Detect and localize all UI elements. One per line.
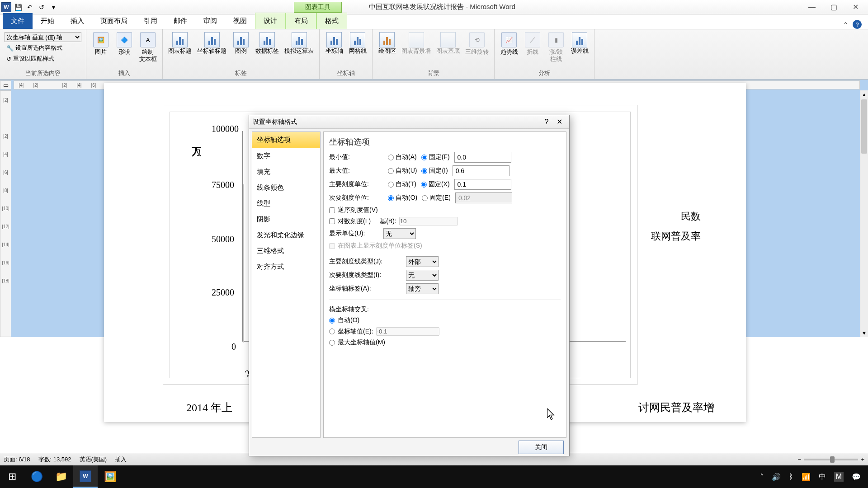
undo-button[interactable]: ↶ <box>24 2 35 13</box>
photos-taskbar-button[interactable]: 🖼️ <box>98 465 122 488</box>
major-unit-input[interactable] <box>454 179 511 190</box>
redo-button[interactable]: ↺ <box>36 2 47 13</box>
minor-fixed-radio[interactable] <box>422 195 428 201</box>
major-tick-type-select[interactable]: 外部 <box>406 256 439 267</box>
minor-tick-type-select[interactable]: 无 <box>406 270 439 281</box>
chart-wall-button[interactable]: 图表背景墙 <box>399 30 434 56</box>
taskbar-app-1[interactable]: 🔵 <box>24 465 49 488</box>
nav-number[interactable]: 数字 <box>252 148 320 164</box>
min-fixed-radio[interactable] <box>421 155 427 160</box>
insert-mode[interactable]: 插入 <box>115 455 127 464</box>
tab-layout[interactable]: 布局 <box>286 13 316 29</box>
nav-alignment[interactable]: 对齐方式 <box>252 259 320 275</box>
dialog-help-button[interactable]: ? <box>540 117 553 127</box>
minimize-button[interactable]: — <box>807 3 816 12</box>
action-center-icon[interactable]: 💬 <box>852 473 861 481</box>
data-labels-button[interactable]: 数据标签 <box>253 30 282 56</box>
scroll-up-icon[interactable]: ▲ <box>860 90 868 99</box>
tab-page-layout[interactable]: 页面布局 <box>92 13 136 29</box>
log-scale-checkbox[interactable] <box>329 218 335 224</box>
wifi-icon[interactable]: 📶 <box>802 473 811 481</box>
major-auto-radio[interactable] <box>388 182 394 188</box>
close-window-button[interactable]: ✕ <box>851 3 860 12</box>
dialog-close-btn[interactable]: 关闭 <box>519 441 564 454</box>
language-indicator[interactable]: 英语(美国) <box>80 455 107 464</box>
plot-area-button[interactable]: 绘图区 <box>375 30 399 56</box>
bluetooth-icon[interactable]: ᛒ <box>789 473 793 481</box>
textbox-button[interactable]: A绘制 文本框 <box>136 30 160 64</box>
error-bars-button[interactable]: 误差线 <box>568 30 591 56</box>
axis-titles-button[interactable]: 坐标轴标题 <box>194 30 229 56</box>
updown-bars-button[interactable]: ▮涨/跌 柱线 <box>544 30 568 64</box>
word-count[interactable]: 字数: 13,592 <box>38 455 71 464</box>
display-units-select[interactable]: 无 <box>383 228 416 239</box>
reset-style-button[interactable]: ↺重设以匹配样式 <box>5 54 81 64</box>
tab-file[interactable]: 文件 <box>3 13 33 29</box>
volume-icon[interactable]: 🔊 <box>772 473 781 481</box>
scroll-thumb[interactable] <box>861 99 867 154</box>
chart-element-selector[interactable]: 次坐标轴 垂直 (值) 轴 <box>5 32 81 42</box>
gridlines-button[interactable]: 网格线 <box>346 30 369 56</box>
dialog-close-button[interactable]: ✕ <box>553 117 566 127</box>
zoom-slider[interactable] <box>804 459 858 460</box>
nav-shadow[interactable]: 阴影 <box>252 211 320 227</box>
chart-title-button[interactable]: 图表标题 <box>165 30 194 56</box>
nav-line-color[interactable]: 线条颜色 <box>252 180 320 196</box>
nav-glow[interactable]: 发光和柔化边缘 <box>252 227 320 243</box>
minor-auto-radio[interactable] <box>388 195 394 201</box>
tab-format[interactable]: 格式 <box>316 13 347 29</box>
word-logo[interactable]: W <box>1 2 12 13</box>
min-auto-radio[interactable] <box>388 155 394 160</box>
help-icon[interactable]: ? <box>853 20 862 29</box>
tab-home[interactable]: 开始 <box>33 13 62 29</box>
vertical-ruler[interactable]: |2||2||4||6||8||10||12||14||16||18| <box>0 90 11 337</box>
max-value-input[interactable] <box>453 165 509 176</box>
min-value-input[interactable] <box>454 152 511 163</box>
cross-value-radio[interactable] <box>329 328 335 334</box>
save-button[interactable]: 💾 <box>13 2 24 13</box>
format-selection-button[interactable]: 🔧设置所选内容格式 <box>5 43 81 53</box>
maximize-button[interactable]: ▢ <box>829 3 838 12</box>
tab-review[interactable]: 审阅 <box>195 13 225 29</box>
tab-view[interactable]: 视图 <box>225 13 255 29</box>
ruler-corner[interactable]: ▭ <box>0 80 11 89</box>
vertical-scrollbar[interactable]: ▲ ▼ <box>860 90 868 337</box>
qat-dropdown[interactable]: ▾ <box>48 2 59 13</box>
legend-button[interactable]: 图例 <box>229 30 253 56</box>
collapse-ribbon-icon[interactable]: ⌃ <box>843 21 848 28</box>
nav-axis-options[interactable]: 坐标轴选项 <box>252 132 320 148</box>
zoom-out-button[interactable]: − <box>798 456 802 463</box>
shapes-button[interactable]: 🔷形状 <box>113 30 136 57</box>
nav-fill[interactable]: 填充 <box>252 164 320 180</box>
rotation-3d-button[interactable]: ⟲三维旋转 <box>462 30 491 57</box>
file-explorer-button[interactable]: 📁 <box>49 465 73 488</box>
lines-button[interactable]: ／折线 <box>521 30 544 57</box>
zoom-in-button[interactable]: + <box>861 456 864 463</box>
cross-max-radio[interactable] <box>329 340 335 346</box>
dialog-title-bar[interactable]: 设置坐标轴格式 ? ✕ <box>249 115 569 129</box>
page-indicator[interactable]: 页面: 6/18 <box>4 455 30 464</box>
reverse-values-checkbox[interactable] <box>329 207 335 213</box>
nav-3d-format[interactable]: 三维格式 <box>252 243 320 259</box>
tab-insert[interactable]: 插入 <box>62 13 92 29</box>
major-fixed-radio[interactable] <box>421 182 427 188</box>
tray-m-icon[interactable]: M <box>834 472 844 482</box>
tab-references[interactable]: 引用 <box>136 13 165 29</box>
picture-button[interactable]: 🖼️图片 <box>89 30 113 57</box>
tab-mailings[interactable]: 邮件 <box>165 13 195 29</box>
cross-auto-radio[interactable] <box>329 318 335 324</box>
trendline-button[interactable]: 📈趋势线 <box>497 30 521 57</box>
zoom-thumb[interactable] <box>830 456 835 463</box>
max-fixed-radio[interactable] <box>421 168 427 174</box>
data-table-button[interactable]: 模拟运算表 <box>282 30 316 56</box>
chart-floor-button[interactable]: 图表基底 <box>434 30 462 56</box>
axis-labels-select[interactable]: 轴旁 <box>406 283 439 294</box>
nav-line-style[interactable]: 线型 <box>252 196 320 211</box>
word-taskbar-button[interactable]: W <box>73 465 98 488</box>
max-auto-radio[interactable] <box>388 168 394 174</box>
tray-chevron-icon[interactable]: ˄ <box>760 473 764 481</box>
start-button[interactable]: ⊞ <box>0 465 24 488</box>
axes-button[interactable]: 坐标轴 <box>322 30 346 56</box>
ime-icon[interactable]: 中 <box>819 472 826 482</box>
tab-design[interactable]: 设计 <box>255 13 286 29</box>
